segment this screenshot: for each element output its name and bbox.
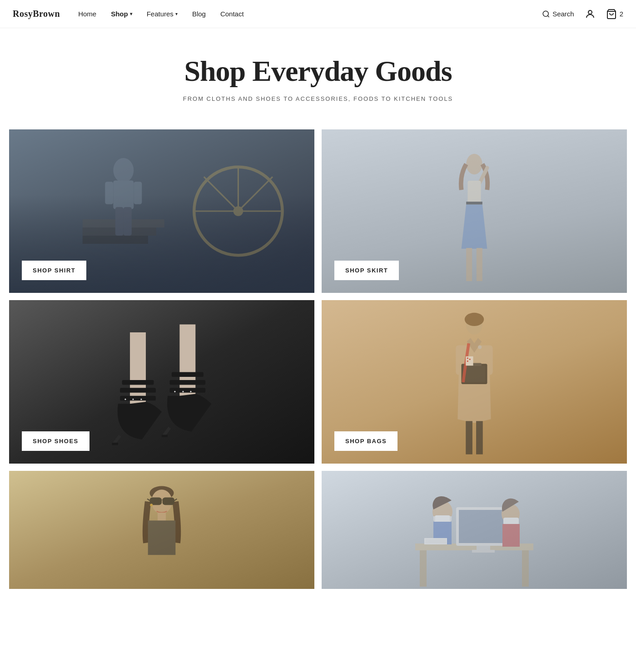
svg-text:✦: ✦ xyxy=(124,398,127,402)
nav-contact[interactable]: Contact xyxy=(220,10,244,18)
svg-rect-82 xyxy=(502,524,520,547)
search-icon xyxy=(542,10,550,18)
svg-rect-78 xyxy=(450,516,452,521)
nav-home[interactable]: Home xyxy=(78,10,96,18)
svg-rect-61 xyxy=(163,498,175,505)
shop-skirt-button[interactable]: SHOP SKIRT xyxy=(334,261,399,280)
svg-rect-23 xyxy=(466,202,482,205)
svg-rect-38 xyxy=(172,372,204,377)
svg-rect-22 xyxy=(467,181,481,203)
svg-point-53 xyxy=(467,358,468,359)
cart-button[interactable]: 2 xyxy=(606,6,623,22)
svg-line-18 xyxy=(204,177,238,212)
chevron-down-icon: ▾ xyxy=(130,11,132,16)
svg-point-67 xyxy=(150,504,153,507)
svg-point-0 xyxy=(543,11,548,16)
svg-line-33 xyxy=(114,436,120,444)
svg-text:✦: ✦ xyxy=(132,398,134,402)
nav-blog[interactable]: Blog xyxy=(192,10,206,18)
svg-rect-72 xyxy=(459,510,508,543)
svg-rect-28 xyxy=(120,388,156,393)
svg-rect-11 xyxy=(115,207,124,236)
account-icon xyxy=(585,9,596,20)
hero-subtitle: FROM CLOTHS AND SHOES TO ACCESSORIES, FO… xyxy=(9,95,627,102)
nav-features[interactable]: Features ▾ xyxy=(147,10,178,18)
category-card-shoes[interactable]: ✦ ✦ ✦ ✦ ✦ ✦ xyxy=(9,300,314,464)
svg-rect-69 xyxy=(420,550,427,587)
skirt-figure-decoration xyxy=(406,146,543,293)
svg-line-63 xyxy=(147,499,149,501)
svg-rect-52 xyxy=(466,356,473,366)
category-card-skirt[interactable]: SHOP SKIRT xyxy=(322,129,627,293)
page-title: Shop Everyday Goods xyxy=(9,55,627,87)
svg-rect-6 xyxy=(83,236,148,244)
hero-section: Shop Everyday Goods FROM CLOTHS AND SHOE… xyxy=(0,28,636,120)
svg-rect-66 xyxy=(148,521,176,555)
svg-line-64 xyxy=(174,499,177,501)
cart-count: 2 xyxy=(620,10,623,18)
svg-rect-56 xyxy=(466,421,472,455)
shop-grid: SHOP SHIRT xyxy=(0,120,636,464)
svg-rect-9 xyxy=(105,182,113,205)
svg-rect-12 xyxy=(124,207,132,236)
svg-point-45 xyxy=(465,313,484,326)
svg-point-20 xyxy=(466,154,482,174)
svg-line-1 xyxy=(548,15,549,17)
svg-rect-73 xyxy=(477,546,490,550)
navigation: RosyBrown Home Shop ▾ Features ▾ Blog Co… xyxy=(0,0,636,28)
svg-text:✦: ✦ xyxy=(174,390,176,394)
svg-text:✦: ✦ xyxy=(182,390,184,394)
category-card-bags[interactable]: SHOP BAGS xyxy=(322,300,627,464)
glasses-figure-decoration xyxy=(70,474,253,589)
svg-text:✦: ✦ xyxy=(140,398,143,402)
svg-rect-10 xyxy=(134,182,142,205)
svg-rect-37 xyxy=(169,380,205,385)
nav-links: Home Shop ▾ Features ▾ Blog Contact xyxy=(78,10,542,18)
svg-point-54 xyxy=(469,359,471,360)
svg-rect-29 xyxy=(122,380,154,385)
svg-rect-70 xyxy=(522,550,529,587)
svg-rect-8 xyxy=(113,181,134,209)
svg-rect-43 xyxy=(162,435,168,437)
svg-rect-35 xyxy=(179,325,195,396)
category-card-glasses[interactable] xyxy=(9,471,314,589)
svg-point-51 xyxy=(478,346,482,349)
svg-rect-25 xyxy=(477,248,482,282)
svg-rect-24 xyxy=(466,248,472,282)
svg-rect-57 xyxy=(476,421,483,455)
account-button[interactable] xyxy=(582,6,598,22)
svg-point-55 xyxy=(467,361,468,362)
svg-rect-77 xyxy=(433,516,435,521)
category-card-shirt[interactable]: SHOP SHIRT xyxy=(9,129,314,293)
cart-icon xyxy=(606,9,617,20)
bike-decoration xyxy=(177,162,299,260)
svg-line-42 xyxy=(164,428,169,435)
kids-figure-decoration xyxy=(337,471,612,589)
search-button[interactable]: Search xyxy=(542,10,574,18)
bags-figure-decoration xyxy=(390,308,558,464)
chevron-down-icon: ▾ xyxy=(175,11,178,16)
shop-grid-bottom xyxy=(0,464,636,589)
svg-point-7 xyxy=(113,158,134,183)
svg-line-19 xyxy=(238,177,273,212)
svg-rect-34 xyxy=(112,443,118,445)
shop-shirt-button[interactable]: SHOP SHIRT xyxy=(22,261,86,280)
svg-point-2 xyxy=(588,10,592,14)
brand-logo[interactable]: RosyBrown xyxy=(13,9,60,19)
svg-rect-81 xyxy=(503,518,519,525)
nav-shop[interactable]: Shop ▾ xyxy=(111,10,132,18)
svg-text:✦: ✦ xyxy=(189,390,192,394)
shop-bags-button[interactable]: SHOP BAGS xyxy=(334,431,398,451)
svg-rect-26 xyxy=(130,332,146,404)
shop-shoes-button[interactable]: SHOP SHOES xyxy=(22,431,89,451)
svg-rect-84 xyxy=(425,539,446,544)
category-card-kids[interactable] xyxy=(322,471,627,589)
nav-right: Search 2 xyxy=(542,6,623,22)
svg-rect-74 xyxy=(472,550,495,553)
